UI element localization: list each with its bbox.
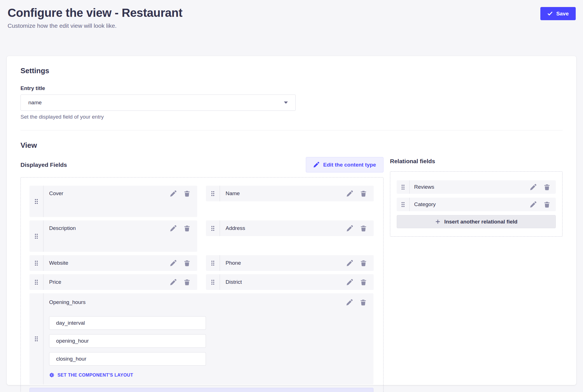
drag-handle[interactable]: [206, 274, 220, 290]
delete-field-button[interactable]: [360, 190, 367, 197]
drag-handle[interactable]: [206, 186, 220, 201]
trash-icon: [360, 190, 367, 197]
edit-field-button[interactable]: [346, 190, 353, 197]
field-card-opening-hours[interactable]: Opening_hours day_interval openin: [29, 293, 373, 384]
section-divider: [20, 130, 563, 130]
field-card-name[interactable]: Name: [206, 186, 374, 201]
delete-field-button[interactable]: [360, 225, 367, 232]
field-label: Cover: [49, 190, 63, 197]
field-card-description[interactable]: Description: [29, 220, 197, 252]
insert-another-field-button[interactable]: Insert another field: [29, 388, 373, 392]
configure-view-panel: Settings Entry title name Set the displa…: [7, 56, 576, 385]
entry-title-value: name: [28, 100, 42, 106]
drag-handle-icon: [401, 202, 405, 207]
delete-field-button[interactable]: [184, 279, 190, 285]
relational-card-reviews[interactable]: Reviews: [397, 180, 556, 194]
delete-field-button[interactable]: [360, 279, 367, 285]
component-field-label: closing_hour: [56, 356, 86, 362]
page-subtitle: Customize how the edit view will look li…: [8, 22, 576, 29]
drag-handle-icon: [211, 260, 215, 266]
pencil-icon: [313, 162, 319, 168]
pencil-icon: [530, 201, 536, 208]
set-component-layout-label: SET THE COMPONENT'S LAYOUT: [58, 373, 133, 378]
field-label: Price: [49, 279, 61, 285]
field-card-district[interactable]: District: [206, 274, 374, 290]
trash-icon: [544, 201, 550, 208]
field-row: Website: [29, 255, 373, 271]
component-field-day-interval[interactable]: day_interval: [49, 316, 206, 330]
drag-handle[interactable]: [206, 220, 220, 236]
pencil-icon: [170, 225, 176, 232]
pencil-icon: [170, 260, 176, 266]
drag-handle[interactable]: [29, 186, 43, 217]
field-label: Description: [49, 225, 76, 231]
edit-field-button[interactable]: [346, 299, 353, 306]
field-card-price[interactable]: Price: [29, 274, 197, 290]
field-row: Cover: [29, 186, 373, 217]
drag-handle-icon: [211, 225, 215, 231]
field-label: Address: [226, 225, 245, 231]
delete-field-button[interactable]: [184, 260, 190, 266]
delete-field-button[interactable]: [184, 225, 190, 232]
edit-field-button[interactable]: [346, 225, 353, 232]
edit-field-button[interactable]: [346, 260, 353, 266]
trash-icon: [360, 299, 366, 306]
pencil-icon: [346, 299, 353, 306]
edit-field-button[interactable]: [346, 279, 353, 285]
delete-field-button[interactable]: [360, 299, 366, 306]
page-title: Configure the view - Restaurant: [8, 6, 576, 20]
drag-handle[interactable]: [29, 220, 43, 252]
displayed-fields-label: Displayed Fields: [20, 162, 67, 168]
set-component-layout-link[interactable]: SET THE COMPONENT'S LAYOUT: [49, 372, 133, 378]
gear-icon: [49, 372, 54, 378]
drag-handle[interactable]: [29, 293, 43, 384]
delete-field-button[interactable]: [544, 184, 550, 190]
insert-another-relational-field-button[interactable]: Insert another relational field: [397, 215, 556, 228]
trash-icon: [360, 225, 367, 232]
relational-field-label: Reviews: [414, 184, 434, 190]
field-card-phone[interactable]: Phone: [206, 255, 374, 271]
relational-card-category[interactable]: Category: [397, 198, 556, 211]
component-field-label: opening_hour: [56, 338, 89, 344]
delete-field-button[interactable]: [184, 190, 190, 197]
edit-field-button[interactable]: [530, 184, 536, 190]
drag-handle[interactable]: [29, 274, 43, 290]
drag-handle[interactable]: [29, 255, 43, 271]
edit-field-button[interactable]: [170, 225, 176, 232]
edit-field-button[interactable]: [530, 201, 536, 208]
entry-title-label: Entry title: [20, 85, 563, 91]
field-card-website[interactable]: Website: [29, 255, 197, 271]
drag-handle-icon: [211, 279, 215, 285]
edit-field-button[interactable]: [170, 279, 176, 285]
edit-content-type-button[interactable]: Edit the content type: [306, 157, 384, 172]
pencil-icon: [346, 190, 353, 197]
insert-another-relational-field-label: Insert another relational field: [444, 219, 518, 225]
field-card-cover[interactable]: Cover: [29, 186, 197, 217]
trash-icon: [184, 225, 190, 232]
component-field-opening-hour[interactable]: opening_hour: [49, 334, 206, 348]
drag-handle-icon: [401, 184, 405, 190]
trash-icon: [360, 279, 367, 285]
field-label: Name: [226, 190, 240, 197]
drag-handle[interactable]: [206, 255, 220, 271]
relational-field-label: Category: [414, 201, 436, 207]
relational-fields-dropzone: Reviews: [390, 171, 563, 237]
trash-icon: [360, 260, 367, 266]
delete-field-button[interactable]: [544, 201, 550, 208]
edit-field-button[interactable]: [170, 190, 176, 197]
trash-icon: [184, 260, 190, 266]
drag-handle[interactable]: [397, 180, 410, 194]
entry-title-select[interactable]: name: [20, 94, 296, 111]
delete-field-button[interactable]: [360, 260, 367, 266]
page-header: Configure the view - Restaurant Customiz…: [0, 0, 583, 56]
save-button-label: Save: [556, 11, 569, 17]
pencil-icon: [170, 190, 176, 197]
pencil-icon: [170, 279, 176, 285]
component-field-closing-hour[interactable]: closing_hour: [49, 352, 206, 366]
drag-handle-icon: [211, 191, 215, 197]
drag-handle[interactable]: [397, 198, 410, 211]
edit-field-button[interactable]: [170, 260, 176, 266]
field-card-address[interactable]: Address: [206, 220, 374, 236]
pencil-icon: [346, 260, 353, 266]
save-button[interactable]: Save: [540, 7, 576, 20]
